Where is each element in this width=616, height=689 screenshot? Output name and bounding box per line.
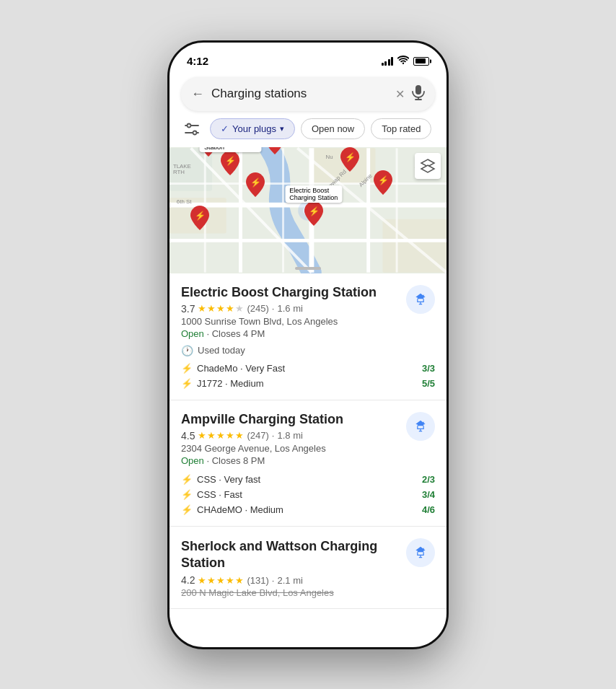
dot-separator-3: · [272, 575, 275, 586]
chevron-down-icon: ▾ [280, 124, 284, 133]
station-address-2: 2304 George Avenue, Los Angeles [181, 443, 397, 454]
station-info-3: Sherlock and Wattson Charging Station 4.… [181, 538, 397, 600]
charger-row-1: ⚡ ChadeMo · Very Fast 3/3 [181, 361, 435, 376]
station-name-3: Sherlock and Wattson Charging Station [181, 538, 397, 572]
rating-number: 3.7 [181, 303, 195, 315]
station-card-ampville[interactable]: Ampville Charging Station 4.5 ★ ★ ★ ★ ★ … [170, 400, 446, 527]
charger-availability-3: 2/3 [422, 474, 435, 485]
directions-button-2[interactable] [406, 412, 435, 441]
status-bar: 4:12 [170, 43, 446, 74]
charger-name-4: CSS · Fast [197, 489, 242, 500]
station-status: Open · Closes 4 PM [181, 328, 397, 339]
stars-3: ★ ★ ★ ★ ★ [198, 575, 244, 586]
star-3: ★ [216, 575, 225, 586]
svg-text:⚡: ⚡ [344, 152, 355, 162]
station-meta: 🕐 Used today [181, 345, 435, 356]
svg-text:Nu: Nu [326, 154, 333, 160]
star-4: ★ [226, 575, 234, 586]
map-marker-7[interactable]: ⚡ [374, 170, 392, 198]
station-address: 1000 Sunrise Town Blvd, Los Angeles [181, 316, 397, 327]
signal-bar-1 [382, 63, 384, 66]
filter-top-rated-label: Top rated [382, 123, 421, 134]
svg-text:⚡: ⚡ [377, 175, 388, 185]
rating-number-3: 4.2 [181, 574, 195, 586]
map-marker-3[interactable]: ⚡ [265, 147, 284, 157]
review-count-2: (247) [247, 430, 268, 441]
directions-button-1[interactable] [406, 285, 435, 314]
star-5: ★ [235, 430, 244, 441]
svg-text:RTH: RTH [173, 168, 185, 175]
filter-top-rated[interactable]: Top rated [371, 118, 431, 139]
station-info-2: Ampville Charging Station 4.5 ★ ★ ★ ★ ★ … [181, 412, 397, 466]
charger-name-5: CHAdeMO · Medium [197, 504, 283, 515]
directions-button-3[interactable] [406, 538, 435, 567]
charger-availability-4: 3/4 [422, 489, 435, 500]
map-marker-ampville[interactable]: ⚡ Ampville ChargingStation [221, 151, 239, 178]
map-marker-6[interactable]: ⚡ [340, 147, 359, 175]
rating-row-2: 4.5 ★ ★ ★ ★ ★ (247) · 1.8 mi [181, 430, 397, 442]
charger-left-4: ⚡ CSS · Fast [181, 489, 242, 500]
bolt-icon-2: ⚡ [181, 378, 193, 389]
charger-left-3: ⚡ CSS · Very fast [181, 474, 260, 485]
charger-availability-5: 4/6 [422, 504, 435, 515]
rating-number-2: 4.5 [181, 430, 195, 442]
filter-your-plugs[interactable]: ✓ Your plugs ▾ [210, 118, 295, 139]
svg-text:⚡: ⚡ [308, 206, 319, 216]
svg-marker-43 [421, 165, 434, 172]
station-header-2: Ampville Charging Station 4.5 ★ ★ ★ ★ ★ … [181, 412, 435, 466]
charger-left: ⚡ ChadeMo · Very Fast [181, 363, 285, 374]
search-input[interactable]: Charging stations [211, 87, 388, 101]
review-count: (245) [247, 303, 268, 314]
map-marker-electric-boost[interactable]: ⚡ Electric BoostCharging Station [304, 201, 323, 229]
station-name: Electric Boost Charging Station [181, 285, 397, 300]
bolt-icon-4: ⚡ [181, 489, 193, 500]
stars-2: ★ ★ ★ ★ ★ [198, 430, 244, 441]
svg-rect-0 [415, 85, 421, 95]
star-2: ★ [207, 430, 216, 441]
mic-button[interactable] [412, 84, 425, 104]
back-button[interactable]: ← [191, 87, 204, 102]
status-icons [382, 56, 430, 66]
distance-2: 1.8 mi [277, 430, 302, 441]
dot-separator: · [272, 303, 275, 314]
star-1: ★ [198, 303, 206, 314]
results-list: Electric Boost Charging Station 3.7 ★ ★ … [170, 273, 446, 649]
review-count-3: (131) [247, 575, 268, 586]
station-header-3: Sherlock and Wattson Charging Station 4.… [181, 538, 435, 600]
station-name-2: Ampville Charging Station [181, 412, 397, 427]
charger-availability-2: 5/5 [422, 378, 435, 389]
clock-icon: 🕐 [181, 345, 193, 356]
search-bar[interactable]: ← Charging stations ✕ [181, 77, 435, 111]
station-card-electric-boost[interactable]: Electric Boost Charging Station 3.7 ★ ★ … [170, 273, 446, 400]
signal-bar-4 [391, 57, 393, 66]
star-2: ★ [207, 575, 216, 586]
station-address-3: 200 N Magic Lake Blvd, Los Angeles [181, 587, 397, 598]
charger-row-3: ⚡ CSS · Very fast 2/3 [181, 472, 435, 487]
status-time: 4:12 [187, 55, 208, 67]
filter-open-now[interactable]: Open now [301, 118, 365, 139]
charger-row-5: ⚡ CHAdeMO · Medium 4/6 [181, 502, 435, 517]
star-3: ★ [216, 303, 225, 314]
rating-row: 3.7 ★ ★ ★ ★ ★ (245) · 1.6 mi [181, 303, 397, 315]
svg-text:⚡: ⚡ [250, 177, 261, 188]
clear-button[interactable]: ✕ [395, 87, 405, 101]
charger-row-4: ⚡ CSS · Fast 3/4 [181, 487, 435, 502]
filter-open-now-label: Open now [312, 123, 354, 134]
charger-name-2: J1772 · Medium [197, 378, 264, 389]
svg-text:6th St: 6th St [177, 198, 192, 205]
station-card-sherlock[interactable]: Sherlock and Wattson Charging Station 4.… [170, 527, 446, 610]
station-status-2: Open · Closes 8 PM [181, 455, 397, 466]
map-drag-handle[interactable] [295, 267, 321, 270]
used-today: Used today [198, 345, 245, 356]
star-2: ★ [207, 303, 216, 314]
distance-3: 2.1 mi [277, 575, 302, 586]
star-5: ★ [235, 303, 244, 314]
map-layer-button[interactable] [415, 153, 441, 179]
map-container[interactable]: 6th St TLAKE RTH W.C. Alpine W. Dewap Rd… [170, 147, 446, 273]
check-icon: ✓ [221, 123, 229, 134]
battery-icon [413, 57, 429, 66]
map-marker-4[interactable]: ⚡ [246, 172, 265, 200]
filter-adjust-button[interactable] [180, 117, 204, 141]
map-marker-8[interactable]: ⚡ [190, 206, 209, 233]
star-1: ★ [198, 575, 206, 586]
